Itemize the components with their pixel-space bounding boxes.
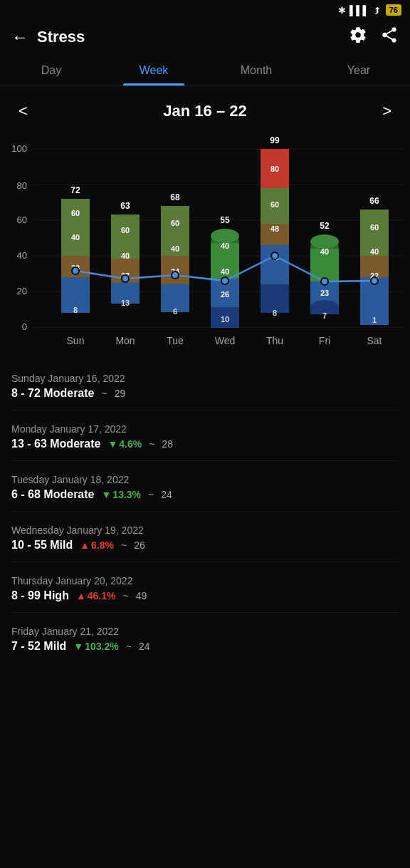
daily-date: Sunday January 16, 2022	[11, 373, 399, 384]
hrv-icon: ~	[101, 388, 107, 399]
svg-text:60: 60	[270, 200, 279, 209]
svg-text:99: 99	[270, 135, 280, 145]
svg-point-100	[172, 272, 179, 279]
battery-icon: 76	[386, 4, 401, 16]
svg-text:40: 40	[221, 242, 229, 250]
svg-rect-62	[261, 149, 289, 163]
tab-day[interactable]: Day	[0, 56, 102, 86]
app-header: ← Stress	[0, 19, 410, 56]
svg-point-101	[221, 277, 228, 284]
svg-rect-76	[310, 234, 339, 249]
svg-text:6: 6	[173, 307, 177, 316]
svg-text:40: 40	[17, 250, 27, 261]
status-bar: ✱ ▌▌▌ ⮭ 76	[0, 0, 410, 19]
tab-week[interactable]: Week	[102, 56, 205, 86]
svg-text:80: 80	[17, 180, 27, 191]
svg-text:Thu: Thu	[266, 335, 283, 346]
hrv-icon: ~	[121, 539, 127, 551]
hrv-icon: ~	[148, 489, 154, 500]
daily-stats: 7 - 52 Mild ▼103.2% ~ 24	[11, 640, 399, 653]
hrv-value: 49	[136, 590, 147, 601]
bar-chart: 100 80 60 40 20 0 72	[27, 139, 404, 360]
tab-bar: Day Week Month Year	[0, 56, 410, 86]
trend-indicator: ▼4.6%	[107, 438, 142, 450]
tab-year[interactable]: Year	[308, 56, 410, 86]
daily-date: Monday January 17, 2022	[11, 423, 399, 435]
svg-text:68: 68	[170, 192, 180, 202]
svg-text:40: 40	[320, 247, 329, 256]
share-button[interactable]	[380, 26, 399, 48]
list-item: Tuesday January 18, 2022 6 - 68 Moderate…	[11, 461, 399, 512]
settings-button[interactable]	[349, 26, 367, 48]
svg-text:60: 60	[171, 219, 179, 227]
daily-range: 8 - 99 High	[11, 589, 69, 602]
svg-text:20: 20	[17, 286, 27, 296]
daily-date: Wednesday January 19, 2022	[11, 525, 399, 536]
daily-range: 7 - 52 Mild	[11, 640, 66, 653]
svg-text:40: 40	[121, 252, 130, 260]
daily-list: Sunday January 16, 2022 8 - 72 Moderate …	[0, 360, 410, 663]
daily-date: Friday January 21, 2022	[11, 626, 399, 637]
svg-text:63: 63	[120, 201, 130, 211]
wifi-icon: ⮭	[373, 5, 382, 16]
hrv-value: 29	[115, 388, 126, 399]
svg-text:100: 100	[11, 143, 27, 154]
svg-text:Mon: Mon	[115, 335, 135, 346]
daily-stats: 6 - 68 Moderate ▼13.3% ~ 24	[11, 488, 399, 501]
daily-stats: 10 - 55 Mild ▲6.8% ~ 26	[11, 539, 399, 552]
svg-text:48: 48	[270, 224, 279, 233]
svg-point-104	[371, 277, 378, 284]
hrv-value: 28	[162, 438, 173, 450]
svg-point-98	[72, 267, 79, 274]
svg-text:Wed: Wed	[215, 335, 236, 346]
svg-text:23: 23	[320, 289, 329, 297]
chart-container: < Jan 16 – 22 > 100 80 60 40 20 0	[0, 86, 410, 360]
svg-text:80: 80	[270, 165, 279, 173]
hrv-value: 24	[161, 489, 172, 500]
svg-text:10: 10	[221, 315, 229, 324]
hrv-value: 26	[134, 539, 145, 551]
list-item: Wednesday January 19, 2022 10 - 55 Mild …	[11, 512, 399, 562]
list-item: Monday January 17, 2022 13 - 63 Moderate…	[11, 410, 399, 461]
hrv-value: 24	[139, 641, 150, 652]
trend-indicator: ▲6.8%	[80, 539, 114, 551]
svg-text:1: 1	[372, 316, 377, 324]
date-navigation: < Jan 16 – 22 >	[0, 93, 410, 132]
daily-range: 8 - 72 Moderate	[11, 387, 94, 400]
svg-text:40: 40	[71, 233, 80, 242]
svg-text:40: 40	[221, 267, 229, 276]
svg-text:60: 60	[370, 223, 379, 232]
svg-text:60: 60	[71, 209, 80, 217]
daily-date: Thursday January 20, 2022	[11, 575, 399, 587]
svg-rect-65	[261, 245, 289, 284]
prev-week-button[interactable]: <	[11, 99, 35, 123]
next-week-button[interactable]: >	[375, 99, 399, 123]
header-actions	[349, 26, 399, 48]
svg-text:13: 13	[121, 299, 130, 307]
daily-stats: 8 - 72 Moderate ~ 29	[11, 387, 399, 400]
signal-icon: ▌▌▌	[349, 5, 369, 16]
svg-text:8: 8	[273, 309, 277, 317]
svg-text:Tue: Tue	[167, 335, 184, 346]
trend-indicator: ▲46.1%	[76, 590, 116, 601]
svg-text:Fri: Fri	[319, 335, 330, 346]
trend-indicator: ▼13.3%	[101, 489, 141, 500]
svg-point-99	[122, 275, 129, 282]
list-item: Sunday January 16, 2022 8 - 72 Moderate …	[11, 360, 399, 410]
daily-stats: 8 - 99 High ▲46.1% ~ 49	[11, 589, 399, 602]
svg-text:60: 60	[17, 215, 27, 225]
date-range-label: Jan 16 – 22	[49, 102, 361, 120]
svg-text:Sat: Sat	[367, 335, 382, 346]
svg-text:7: 7	[322, 311, 327, 320]
svg-text:52: 52	[320, 221, 330, 231]
list-item: Friday January 21, 2022 7 - 52 Mild ▼103…	[11, 613, 399, 663]
svg-text:72: 72	[70, 185, 80, 195]
svg-text:55: 55	[220, 215, 230, 225]
svg-text:Sun: Sun	[67, 335, 85, 346]
back-button[interactable]: ←	[11, 27, 28, 47]
svg-point-103	[321, 278, 328, 285]
bluetooth-icon: ✱	[338, 5, 346, 16]
trend-indicator: ▼103.2%	[73, 641, 118, 652]
svg-text:40: 40	[171, 244, 179, 253]
tab-month[interactable]: Month	[205, 56, 308, 86]
